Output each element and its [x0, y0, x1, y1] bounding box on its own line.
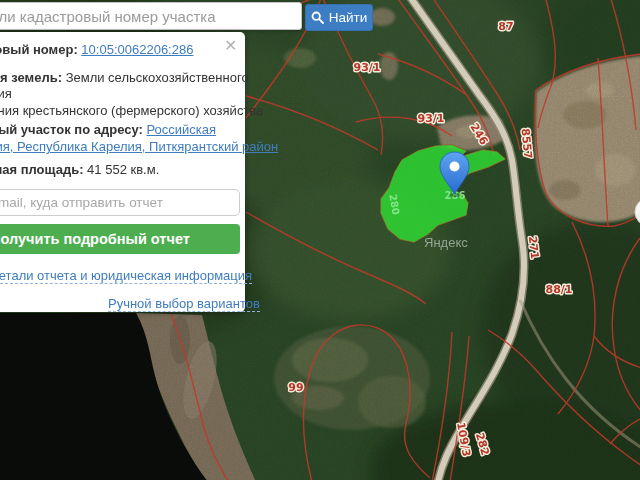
email-field[interactable] [0, 189, 240, 216]
cadastral-number-label: Кадастровый номер: [0, 42, 78, 57]
permitted-use-row: Для ведения крестьянского (фермерского) … [0, 103, 263, 118]
cadastral-parcel-label: 99 [288, 381, 303, 394]
close-icon[interactable]: ✕ [224, 38, 237, 54]
pin-center-dot [450, 162, 460, 172]
cadastral-parcel-label: 88/1 [546, 283, 573, 296]
cadastral-number-row: Кадастровый номер: 10:05:0062206:286 [0, 42, 193, 57]
search-icon [311, 11, 324, 24]
find-button-label: Найти [329, 10, 368, 25]
area-label: Уточненная площадь: [0, 162, 83, 177]
address-label: Земельный участок по адресу: [0, 122, 143, 137]
report-details-link[interactable]: Детали отчета и юридическая информация [0, 268, 252, 284]
address-row: Земельный участок по адресу: Российская [0, 122, 216, 137]
land-category-label: Категория земель: [0, 70, 62, 85]
area-value: 41 552 кв.м. [87, 162, 159, 177]
get-report-button[interactable]: Получить подробный отчет [0, 224, 240, 254]
address-link-continued[interactable]: Федерация, Республика Карелия, Питкярант… [0, 139, 278, 154]
cadastral-map-app: Яндекс 280286 8793/193/1246855727188/199… [0, 0, 640, 480]
cadastral-parcel-label: 271 [526, 236, 541, 260]
land-category-row: Категория земель: Земли сельскохозяйстве… [0, 70, 249, 85]
area-row: Уточненная площадь: 41 552 кв.м. [0, 162, 159, 177]
cadastral-parcel-label: 93/1 [354, 61, 381, 74]
address-link[interactable]: Российская [146, 122, 216, 137]
parcel-info-panel: ✕ Кадастровый номер: 10:05:0062206:286 К… [0, 32, 245, 312]
manual-selection-link[interactable]: Ручной выбор вариантов [108, 296, 260, 312]
cadastral-parcel-label: 93/1 [418, 112, 445, 125]
map-provider-watermark: Яндекс [424, 235, 468, 250]
cadastral-parcel-label: 87 [498, 20, 513, 33]
address-row-wrap: Федерация, Республика Карелия, Питкярант… [0, 139, 278, 154]
land-category-value-wrap: назначения [0, 86, 12, 101]
land-category-value: Земли сельскохозяйственного [66, 70, 249, 85]
cadastral-number-link[interactable]: 10:05:0062206:286 [81, 42, 193, 57]
search-input[interactable] [0, 2, 302, 30]
find-button[interactable]: Найти [305, 4, 373, 31]
